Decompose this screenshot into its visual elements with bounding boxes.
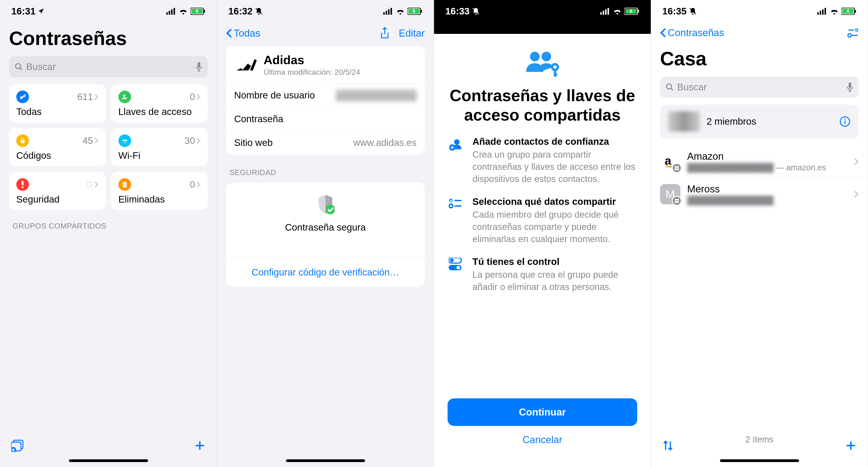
back-button[interactable]: Todas: [226, 28, 260, 39]
search-input[interactable]: Buscar: [660, 76, 859, 98]
home-indicator: [69, 459, 148, 462]
battery-charging-icon: [408, 8, 423, 15]
mic-icon[interactable]: [195, 62, 202, 72]
chevron-right-icon: [94, 94, 98, 100]
setup-verification-link[interactable]: Configurar código de verificación…: [226, 258, 425, 287]
filter-icon[interactable]: [847, 28, 859, 38]
edit-button[interactable]: Editar: [399, 28, 425, 39]
page-title: Contraseñas: [0, 23, 217, 56]
site-logo: [234, 54, 257, 76]
security-status-card: Contraseña segura Configurar código de v…: [226, 183, 425, 287]
chevron-right-icon: [94, 181, 98, 188]
status-time: 16:31: [11, 6, 35, 17]
svg-point-59: [456, 266, 460, 269]
svg-point-57: [450, 259, 454, 262]
tile-security[interactable]: Seguridad: [9, 172, 106, 210]
tile-all[interactable]: 611 Todas: [9, 84, 106, 123]
amazon-logo: a: [660, 151, 680, 172]
shared-badge-icon: [672, 163, 682, 173]
svg-line-22: [87, 186, 88, 187]
shield-check-icon: [316, 194, 335, 214]
list-item-meross[interactable]: M Meross ███████████████: [651, 178, 868, 210]
continue-button[interactable]: Continuar: [447, 398, 637, 426]
svg-rect-74: [848, 82, 851, 88]
svg-rect-32: [388, 9, 390, 15]
svg-line-8: [20, 68, 22, 70]
key-icon: [16, 91, 29, 103]
cellular-icon: [817, 8, 827, 15]
svg-rect-6: [204, 10, 205, 13]
row-password[interactable]: Contraseña: [226, 107, 425, 131]
wifi-icon: [179, 8, 188, 15]
search-input[interactable]: Buscar: [9, 56, 208, 77]
row-website[interactable]: Sitio web www.adidas.es: [226, 131, 425, 155]
item-count: 2 ítems: [651, 435, 868, 444]
status-bar: 16:31: [0, 0, 217, 23]
svg-rect-43: [608, 8, 609, 15]
list-item-amazon[interactable]: a Amazon ███████████████ — amazon.es: [651, 145, 868, 178]
home-indicator: [286, 459, 365, 462]
tile-codes[interactable]: 45 Códigos: [9, 128, 106, 166]
back-button[interactable]: Contraseñas: [660, 27, 724, 38]
status-time: 16:33: [445, 6, 469, 17]
people-key-icon: [523, 50, 562, 77]
status-time: 16:35: [662, 6, 686, 17]
svg-rect-46: [638, 10, 639, 13]
cellular-icon: [166, 8, 176, 15]
meross-logo: M: [660, 184, 680, 204]
svg-point-79: [675, 166, 677, 168]
cancel-button[interactable]: Cancelar: [447, 426, 637, 454]
add-contact-icon: [447, 136, 463, 185]
svg-point-80: [677, 166, 679, 168]
svg-rect-41: [602, 11, 604, 15]
svg-point-70: [848, 34, 851, 37]
onboarding-sheet: Contraseñas y llaves de acceso compartid…: [434, 34, 651, 467]
alert-icon: [16, 178, 29, 191]
chevron-left-icon: [660, 28, 666, 38]
svg-rect-30: [383, 12, 385, 15]
svg-point-11: [123, 95, 125, 97]
info-icon[interactable]: [839, 116, 850, 127]
svg-rect-14: [22, 181, 24, 186]
svg-point-47: [530, 52, 539, 61]
sheet-item-control: Tú tienes el control La persona que crea…: [447, 256, 637, 293]
share-icon[interactable]: [380, 27, 390, 39]
lock-clock-icon: [16, 134, 29, 147]
members-row[interactable]: 2 miembros: [660, 105, 859, 138]
svg-point-72: [666, 84, 672, 89]
sheet-item-contacts: Añade contactos de confianza Crea un gru…: [447, 136, 637, 185]
group-title: Casa: [651, 43, 868, 76]
add-icon[interactable]: [194, 440, 206, 451]
svg-rect-0: [166, 12, 168, 15]
svg-rect-63: [822, 9, 824, 15]
search-placeholder: Buscar: [26, 61, 56, 72]
security-status-text: Contraseña segura: [226, 222, 425, 233]
tile-passkeys[interactable]: 0 Llaves de acceso: [111, 84, 208, 123]
chevron-right-icon: [196, 94, 200, 100]
dnd-icon: [255, 7, 263, 15]
row-username[interactable]: Nombre de usuario ████████████: [226, 83, 425, 107]
search-placeholder: Buscar: [677, 82, 707, 93]
svg-rect-9: [197, 62, 200, 68]
location-icon: [38, 8, 44, 15]
section-shared-groups: GRUPOS COMPARTIDOS: [0, 210, 217, 234]
status-time: 16:32: [228, 6, 252, 17]
member-avatars: [668, 111, 700, 132]
dnd-icon: [472, 7, 480, 15]
svg-point-82: [677, 199, 679, 201]
mic-icon[interactable]: [846, 82, 853, 92]
tile-deleted[interactable]: 0 Eliminadas: [111, 172, 208, 210]
home-indicator: [720, 459, 799, 462]
screen-password-detail: 16:32 Todas Editar Adidas Última modific…: [217, 0, 434, 467]
wifi-icon: [396, 8, 405, 15]
chevron-right-icon: [854, 190, 859, 198]
tile-wifi[interactable]: 30 Wi-Fi: [111, 128, 208, 166]
chevron-right-icon: [196, 181, 200, 188]
status-bar: 16:35: [651, 0, 868, 23]
svg-point-49: [552, 64, 558, 70]
new-group-icon[interactable]: [11, 439, 25, 452]
toggles-icon: [447, 256, 463, 293]
trash-icon: [119, 178, 131, 191]
wifi-tile-icon: [119, 134, 131, 147]
svg-point-50: [454, 139, 460, 145]
